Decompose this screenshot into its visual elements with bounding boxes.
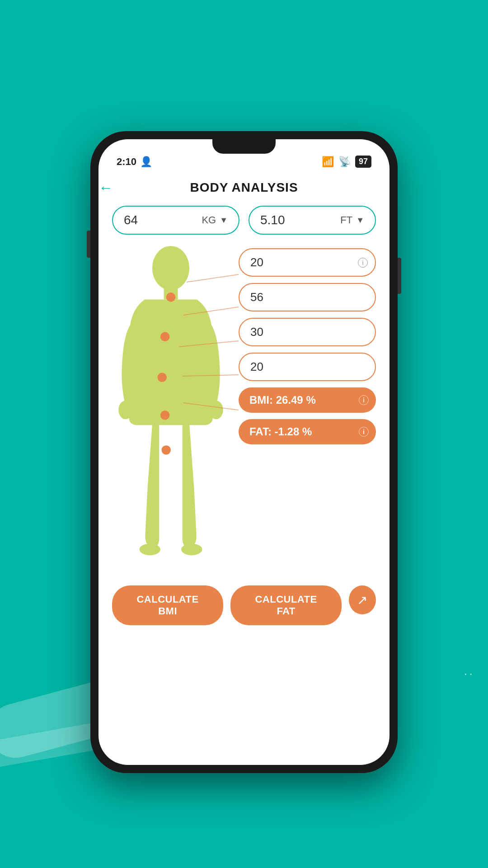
phone-frame: 2:10 👤 📶 📡 97 ← BODY ANALYSIS 64 KG [90, 131, 398, 773]
neck-value: 20 [250, 255, 263, 269]
height-unit-selector[interactable]: FT ▼ [340, 214, 364, 226]
bottom-buttons: CALCULATE BMI CALCULATE FAT ↗ [112, 578, 376, 634]
battery-badge: 97 [355, 156, 371, 168]
app-content: 64 KG ▼ 5.10 FT ▼ [99, 206, 389, 634]
height-unit-label: FT [340, 214, 352, 226]
bmi-info-icon[interactable]: i [359, 395, 369, 405]
svg-point-6 [166, 292, 176, 302]
bmi-result: BMI: 26.49 % i [239, 387, 376, 413]
body-section: 20 i 56 30 20 [112, 244, 376, 578]
human-silhouette [112, 244, 230, 569]
hip-field[interactable]: 20 [239, 353, 376, 381]
input-row: 64 KG ▼ 5.10 FT ▼ [112, 206, 376, 235]
waist-value: 30 [250, 325, 263, 339]
fat-result: FAT: -1.28 % i [239, 419, 376, 444]
silhouette-container [112, 244, 239, 578]
chest-field[interactable]: 56 [239, 283, 376, 311]
user-icon: 👤 [140, 156, 152, 168]
fab-icon: ↗ [357, 593, 367, 608]
svg-point-2 [118, 401, 132, 419]
svg-point-0 [152, 246, 189, 290]
calculate-bmi-button[interactable]: CALCULATE BMI [112, 585, 223, 625]
svg-point-7 [160, 332, 170, 341]
decorative-dots: .. [464, 664, 474, 678]
svg-point-8 [157, 373, 167, 382]
svg-point-4 [140, 543, 160, 555]
status-right: 📶 📡 97 [322, 156, 371, 168]
signal-icon: 📶 [322, 156, 334, 168]
back-button[interactable]: ← [99, 179, 113, 196]
weight-value: 64 [124, 213, 138, 227]
chest-value: 56 [250, 290, 263, 304]
fat-value: -1.28 % [275, 425, 312, 438]
neck-info-icon[interactable]: i [358, 258, 368, 268]
app-header: ← BODY ANALYSIS [99, 171, 389, 206]
height-input-field[interactable]: 5.10 FT ▼ [249, 206, 376, 235]
weight-input-field[interactable]: 64 KG ▼ [112, 206, 239, 235]
screen-title: BODY ANALYSIS [190, 180, 298, 195]
fat-label: FAT: [249, 425, 272, 438]
svg-point-3 [209, 401, 223, 419]
calculate-fat-button[interactable]: CALCULATE FAT [230, 585, 342, 625]
svg-point-10 [161, 445, 171, 455]
phone-inner: 2:10 👤 📶 📡 97 ← BODY ANALYSIS 64 KG [99, 139, 389, 765]
neck-field[interactable]: 20 i [239, 248, 376, 277]
waist-field[interactable]: 30 [239, 318, 376, 346]
weight-dropdown-arrow: ▼ [220, 216, 228, 225]
svg-point-9 [160, 410, 170, 420]
phone-notch [212, 139, 276, 154]
height-dropdown-arrow: ▼ [356, 216, 364, 225]
time: 2:10 [117, 156, 136, 168]
weight-unit-label: KG [202, 214, 216, 226]
fat-info-icon[interactable]: i [359, 427, 369, 437]
fab-button[interactable]: ↗ [349, 585, 376, 614]
svg-point-5 [181, 543, 202, 555]
hip-value: 20 [250, 360, 263, 374]
bmi-value: 26.49 % [276, 394, 316, 406]
bmi-label: BMI: [249, 394, 273, 406]
status-left: 2:10 👤 [117, 156, 152, 168]
measurements-panel: 20 i 56 30 20 [239, 244, 376, 578]
height-value: 5.10 [260, 213, 285, 227]
weight-unit-selector[interactable]: KG ▼ [202, 214, 228, 226]
wifi-icon: 📡 [338, 156, 351, 168]
